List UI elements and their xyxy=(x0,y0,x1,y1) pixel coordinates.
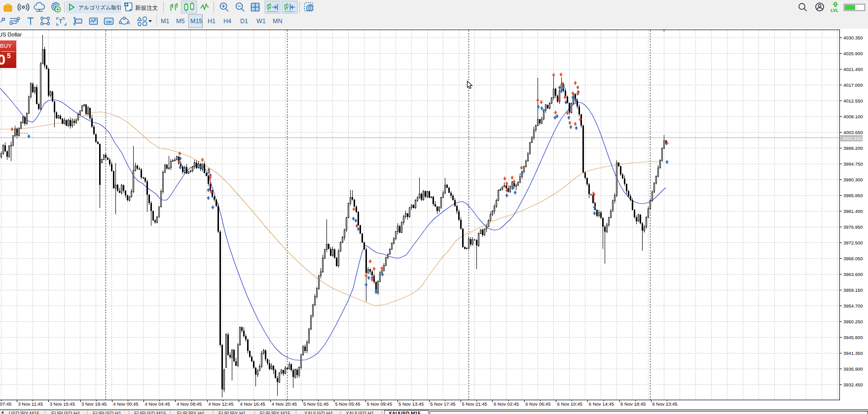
svg-text:3994.750: 3994.750 xyxy=(843,161,863,167)
svg-text:5 Nov 13:45: 5 Nov 13:45 xyxy=(398,401,424,407)
svg-text:6 Nov 10:45: 6 Nov 10:45 xyxy=(557,401,582,407)
svg-text:3999.200: 3999.200 xyxy=(843,145,863,151)
svg-text:3932.450: 3932.450 xyxy=(843,382,863,387)
svg-text:4017.000: 4017.000 xyxy=(843,82,863,88)
svg-text:3 Nov 15:45: 3 Nov 15:45 xyxy=(50,401,75,407)
svg-text:3990.300: 3990.300 xyxy=(843,177,863,182)
svg-text:3963.600: 3963.600 xyxy=(843,272,863,277)
svg-text:5 Nov 09:45: 5 Nov 09:45 xyxy=(367,401,392,407)
svg-text:3936.900: 3936.900 xyxy=(843,366,863,372)
svg-text:4001.933: 4001.933 xyxy=(842,136,862,141)
svg-text:6 Nov 18:45: 6 Nov 18:45 xyxy=(620,401,646,407)
svg-text:4021.450: 4021.450 xyxy=(843,67,863,72)
svg-text:4 Nov 20:45: 4 Nov 20:45 xyxy=(272,401,297,407)
svg-text:3954.700: 3954.700 xyxy=(843,303,863,309)
svg-text:3945.800: 3945.800 xyxy=(843,335,863,340)
svg-text:4 Nov 08:45: 4 Nov 08:45 xyxy=(177,401,202,407)
svg-text:3950.250: 3950.250 xyxy=(843,319,863,324)
svg-text:3 Nov 07:45: 3 Nov 07:45 xyxy=(0,401,11,407)
svg-text:3941.350: 3941.350 xyxy=(843,350,863,356)
svg-text:4003.650: 4003.650 xyxy=(843,130,863,135)
svg-text:4012.550: 4012.550 xyxy=(843,98,863,104)
svg-text:5 Nov 01:45: 5 Nov 01:45 xyxy=(303,401,328,407)
svg-text:5 Nov 05:45: 5 Nov 05:45 xyxy=(335,401,360,407)
svg-text:3985.850: 3985.850 xyxy=(843,193,863,198)
svg-text:3981.400: 3981.400 xyxy=(843,208,863,214)
svg-text:5 Nov 17:45: 5 Nov 17:45 xyxy=(430,401,455,407)
svg-text:3 Nov 19:45: 3 Nov 19:45 xyxy=(81,401,107,407)
svg-text:6 Nov 02:45: 6 Nov 02:45 xyxy=(494,401,519,407)
svg-text:6 Nov 23:45: 6 Nov 23:45 xyxy=(652,401,677,407)
svg-text:4008.100: 4008.100 xyxy=(843,114,863,119)
svg-text:5 Nov 21:45: 5 Nov 21:45 xyxy=(462,401,487,407)
svg-text:6 Nov 14:45: 6 Nov 14:45 xyxy=(589,401,614,407)
svg-text:4 Nov 12:45: 4 Nov 12:45 xyxy=(208,401,233,407)
svg-text:4030.350: 4030.350 xyxy=(843,35,863,40)
svg-text:3976.950: 3976.950 xyxy=(843,224,863,230)
svg-text:4025.900: 4025.900 xyxy=(843,51,863,56)
svg-text:3959.150: 3959.150 xyxy=(843,287,863,293)
svg-text:3972.500: 3972.500 xyxy=(843,240,863,245)
svg-text:4 Nov 00:45: 4 Nov 00:45 xyxy=(113,401,138,407)
svg-text:6 Nov 06:45: 6 Nov 06:45 xyxy=(525,401,550,407)
svg-text:OK: OK xyxy=(106,20,112,24)
svg-text:4 Nov 04:45: 4 Nov 04:45 xyxy=(145,401,170,407)
svg-text:3 Nov 11:45: 3 Nov 11:45 xyxy=(18,401,43,407)
svg-text:US Dollar: US Dollar xyxy=(0,32,22,37)
svg-text:3968.050: 3968.050 xyxy=(843,256,863,261)
svg-text:4 Nov 16:45: 4 Nov 16:45 xyxy=(240,401,265,407)
svg-text:LVL: LVL xyxy=(831,8,839,13)
